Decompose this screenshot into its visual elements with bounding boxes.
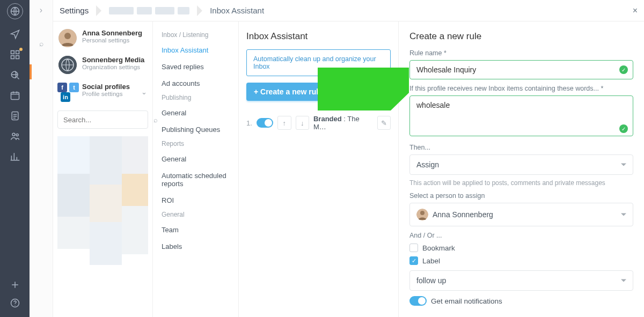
create-rule-button[interactable]: + Create a new rule xyxy=(246,83,330,101)
settings-nav: Inbox / Listening Inbox Assistant Saved … xyxy=(153,21,239,317)
action-hint: This action will be applied to posts, co… xyxy=(409,179,633,187)
nav-labels[interactable]: Labels xyxy=(156,238,235,255)
form-title: Create a new rule xyxy=(409,31,633,42)
account-sub: Personal settings xyxy=(82,37,142,43)
nav-publishing-general[interactable]: General xyxy=(156,105,235,121)
crumb-redacted xyxy=(109,7,189,14)
blurred-settings-list xyxy=(57,136,148,297)
org-sub: Organization settings xyxy=(82,64,144,70)
label-checkbox[interactable]: ✓ xyxy=(409,256,418,265)
crumb-separator xyxy=(197,5,202,16)
close-icon[interactable]: × xyxy=(633,6,638,16)
crumb-separator xyxy=(96,5,101,16)
org-logo-icon xyxy=(58,56,77,74)
avatar xyxy=(58,29,77,47)
settings-search[interactable]: ⌕ xyxy=(57,110,148,129)
bookmark-checkbox[interactable] xyxy=(409,244,418,252)
nav-group: Inbox / Listening xyxy=(156,29,235,42)
andor-label: And / Or ... xyxy=(409,232,633,239)
crumb-settings[interactable]: Settings xyxy=(60,6,89,15)
rail-help[interactable] xyxy=(0,298,30,308)
label-checkbox-row[interactable]: ✓ Label xyxy=(409,256,633,265)
svg-rect-1 xyxy=(11,51,14,54)
then-label: Then... xyxy=(409,144,633,151)
email-notif-toggle[interactable] xyxy=(409,296,427,306)
rule-index: 1. xyxy=(246,119,252,127)
account-social[interactable]: ftin Social profiles Profile settings ⌄ xyxy=(57,79,148,106)
rail-team[interactable] xyxy=(0,131,30,142)
rail-tasks[interactable] xyxy=(0,110,30,121)
nav-reports-general[interactable]: General xyxy=(156,151,235,167)
rule-name-label: Rule name * xyxy=(409,49,633,57)
valid-check-icon: ✓ xyxy=(619,65,628,74)
account-personal[interactable]: Anna Sonnenberg Personal settings xyxy=(57,26,148,53)
org-name: Sonnenberg Media xyxy=(82,56,144,64)
svg-point-17 xyxy=(420,211,425,215)
svg-point-13 xyxy=(64,33,71,39)
svg-rect-7 xyxy=(12,112,18,120)
person-label: Select a person to assign xyxy=(409,192,633,200)
secondary-rail: › ⌕ xyxy=(30,0,53,317)
nav-group: Publishing xyxy=(156,92,235,105)
svg-point-8 xyxy=(12,133,15,136)
breadcrumb: Settings Inbox Assistant × xyxy=(53,0,644,21)
app-rail xyxy=(0,0,30,317)
nav-ad-accounts[interactable]: Ad accounts xyxy=(156,75,235,92)
move-down-button[interactable]: ↓ xyxy=(296,116,309,130)
rail-calendar[interactable] xyxy=(0,90,30,101)
keywords-label: If this profile receives new Inbox items… xyxy=(409,85,633,92)
edit-rule-button[interactable]: ✎ xyxy=(377,116,391,130)
app-logo[interactable] xyxy=(7,3,23,19)
nav-group: Reports xyxy=(156,138,235,151)
keywords-input[interactable]: wholesale xyxy=(409,95,633,136)
email-notif-row[interactable]: Get email notifications xyxy=(409,296,633,306)
create-rule-form: Create a new rule Rule name * ✓ If this … xyxy=(399,21,644,317)
person-select[interactable]: Anna Sonnenberg xyxy=(409,203,633,226)
rule-name-input[interactable] xyxy=(409,60,633,79)
nav-reports-auto[interactable]: Automatic scheduled reports xyxy=(156,167,235,192)
search-input[interactable] xyxy=(63,116,153,124)
inbox-assistant-panel: Inbox Assistant Automatically clean up a… xyxy=(239,21,399,317)
info-banner[interactable]: Automatically clean up and organize your… xyxy=(246,49,391,76)
nav-inbox-assistant[interactable]: Inbox Assistant xyxy=(156,42,235,58)
action-select[interactable]: Assign xyxy=(409,154,633,175)
rail-add[interactable] xyxy=(0,279,30,290)
svg-point-11 xyxy=(14,305,15,306)
social-icons-cluster: ftin xyxy=(58,83,77,101)
rule-label[interactable]: Branded : The M… xyxy=(313,115,373,131)
rail-analytics[interactable] xyxy=(0,151,30,162)
crumb-current: Inbox Assistant xyxy=(210,6,264,15)
active-orange-indicator xyxy=(30,64,32,79)
email-notif-label: Get email notifications xyxy=(431,297,502,305)
expand-rail-icon[interactable]: › xyxy=(40,5,42,15)
account-org[interactable]: Sonnenberg Media Organization settings xyxy=(57,53,148,79)
nav-group: General xyxy=(156,209,235,222)
social-sub: Profile settings xyxy=(82,91,130,97)
panel-title: Inbox Assistant xyxy=(246,31,391,42)
social-name: Social profiles xyxy=(82,83,130,91)
svg-rect-4 xyxy=(16,56,19,59)
bookmark-checkbox-row[interactable]: Bookmark xyxy=(409,244,633,252)
label-select[interactable]: follow up xyxy=(409,270,633,291)
account-name: Anna Sonnenberg xyxy=(82,29,142,37)
rail-publish[interactable] xyxy=(0,29,30,40)
label-checkbox-label: Label xyxy=(422,257,440,265)
svg-rect-6 xyxy=(11,92,19,99)
rail-listening[interactable] xyxy=(0,70,30,80)
valid-check-icon: ✓ xyxy=(619,124,628,133)
rail2-search-icon[interactable]: ⌕ xyxy=(39,39,43,48)
rule-row: 1. ↑ ↓ Branded : The M… ✎ xyxy=(246,115,391,131)
rule-toggle[interactable] xyxy=(257,118,273,128)
avatar xyxy=(416,209,428,220)
rail-dashboard[interactable] xyxy=(0,49,30,60)
nav-reports-roi[interactable]: ROI xyxy=(156,192,235,209)
svg-rect-3 xyxy=(11,56,14,59)
svg-point-9 xyxy=(16,134,18,136)
move-up-button[interactable]: ↑ xyxy=(277,116,291,130)
nav-publishing-queues[interactable]: Publishing Queues xyxy=(156,121,235,138)
nav-team[interactable]: Team xyxy=(156,222,235,238)
chevron-down-icon[interactable]: ⌄ xyxy=(141,88,147,96)
nav-saved-replies[interactable]: Saved replies xyxy=(156,58,235,75)
settings-left-panel: Anna Sonnenberg Personal settings Sonnen… xyxy=(53,21,153,317)
svg-rect-2 xyxy=(16,51,19,54)
